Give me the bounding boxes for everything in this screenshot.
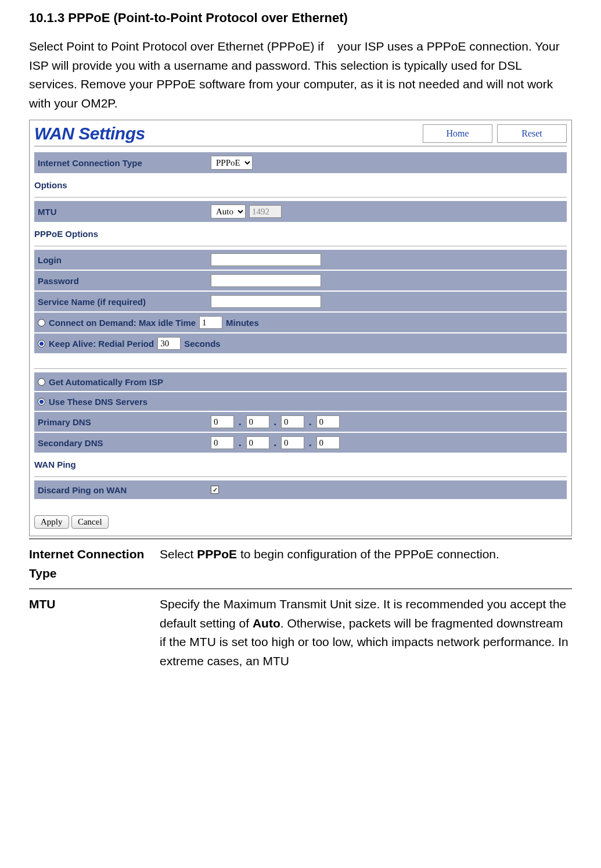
connect-on-demand-radio[interactable] (38, 319, 45, 327)
apply-button[interactable]: Apply (34, 515, 69, 529)
discard-ping-label: Discard Ping on WAN (38, 485, 211, 495)
ip-dot: . (239, 416, 242, 428)
secondary-dns-label: Secondary DNS (38, 438, 211, 448)
pppoe-options-heading: PPPoE Options (34, 223, 567, 242)
primary-dns-octet-4[interactable] (316, 415, 340, 428)
discard-ping-row: Discard Ping on WAN ✓ (34, 480, 567, 499)
ip-dot: . (309, 437, 312, 449)
dns-auto-radio[interactable] (38, 378, 45, 386)
service-name-row: Service Name (if required) (34, 292, 567, 311)
login-label: Login (38, 255, 211, 265)
keep-alive-radio[interactable] (38, 340, 45, 347)
dns-auto-row[interactable]: Get Automatically From ISP (34, 372, 567, 391)
service-name-input[interactable] (211, 295, 321, 308)
divider (34, 246, 567, 246)
reset-button[interactable]: Reset (497, 124, 567, 143)
home-button[interactable]: Home (423, 124, 492, 143)
def-desc: Specify the Maximum Transmit Unit size. … (160, 589, 572, 677)
secondary-dns-octet-2[interactable] (246, 436, 269, 449)
secondary-dns-octet-1[interactable] (211, 436, 234, 449)
def-term: MTU (29, 589, 160, 677)
section-paragraph: Select Point to Point Protocol over Ethe… (29, 37, 572, 113)
def-term: Internet Connection Type (29, 539, 160, 589)
internet-connection-type-select[interactable]: PPPoE (211, 156, 253, 170)
divider (34, 368, 567, 369)
password-label: Password (38, 276, 211, 286)
primary-dns-label: Primary DNS (38, 417, 211, 427)
login-row: Login (34, 250, 567, 270)
secondary-dns-octet-4[interactable] (316, 436, 340, 449)
divider (34, 476, 567, 477)
wan-ping-heading: WAN Ping (34, 454, 567, 473)
ip-dot: . (309, 416, 312, 428)
options-heading: Options (34, 174, 567, 193)
service-name-label: Service Name (if required) (38, 297, 211, 307)
divider (34, 197, 567, 198)
discard-ping-checkbox[interactable]: ✓ (211, 486, 219, 494)
dns-manual-label: Use These DNS Servers (49, 397, 147, 407)
mtu-label: MTU (38, 207, 211, 217)
redial-period-input[interactable] (157, 337, 181, 350)
dns-manual-row[interactable]: Use These DNS Servers (34, 392, 567, 411)
ip-dot: . (239, 437, 242, 449)
internet-connection-type-row: Internet Connection Type PPPoE (34, 152, 567, 173)
dns-auto-label: Get Automatically From ISP (49, 377, 163, 387)
wan-settings-panel: WAN Settings Home Reset Internet Connect… (29, 120, 572, 536)
primary-dns-octet-2[interactable] (246, 415, 269, 428)
primary-dns-octet-1[interactable] (211, 415, 234, 428)
secondary-dns-row: Secondary DNS . . . (34, 433, 567, 453)
definitions-table: Internet Connection Type Select PPPoE to… (29, 539, 572, 676)
max-idle-time-input[interactable] (199, 316, 222, 329)
internet-connection-type-label: Internet Connection Type (38, 158, 211, 168)
mtu-mode-select[interactable]: Auto (211, 205, 246, 218)
ip-dot: . (274, 416, 277, 428)
def-desc: Select PPPoE to begin configuration of t… (160, 539, 572, 589)
login-input[interactable] (211, 253, 321, 266)
table-row: MTU Specify the Maximum Transmit Unit si… (29, 589, 572, 677)
dns-manual-radio[interactable] (38, 398, 45, 406)
password-row: Password (34, 271, 567, 290)
connect-on-demand-label-b: Minutes (226, 318, 259, 328)
panel-title: WAN Settings (34, 124, 145, 144)
primary-dns-row: Primary DNS . . . (34, 412, 567, 432)
primary-dns-octet-3[interactable] (281, 415, 304, 428)
section-heading: 10.1.3 PPPoE (Point-to-Point Protocol ov… (29, 10, 572, 26)
table-row: Internet Connection Type Select PPPoE to… (29, 539, 572, 589)
mtu-value-input[interactable] (249, 205, 282, 218)
ip-dot: . (274, 437, 277, 449)
password-input[interactable] (211, 274, 321, 287)
divider (34, 146, 567, 146)
secondary-dns-octet-3[interactable] (281, 436, 304, 449)
connect-on-demand-row[interactable]: Connect on Demand: Max idle Time Minutes (34, 313, 567, 332)
keep-alive-label-b: Seconds (184, 339, 221, 349)
cancel-button[interactable]: Cancel (71, 515, 109, 529)
connect-on-demand-label-a: Connect on Demand: Max idle Time (49, 318, 196, 328)
keep-alive-label-a: Keep Alive: Redial Period (49, 339, 154, 349)
keep-alive-row[interactable]: Keep Alive: Redial Period Seconds (34, 333, 567, 353)
mtu-row: MTU Auto (34, 201, 567, 222)
